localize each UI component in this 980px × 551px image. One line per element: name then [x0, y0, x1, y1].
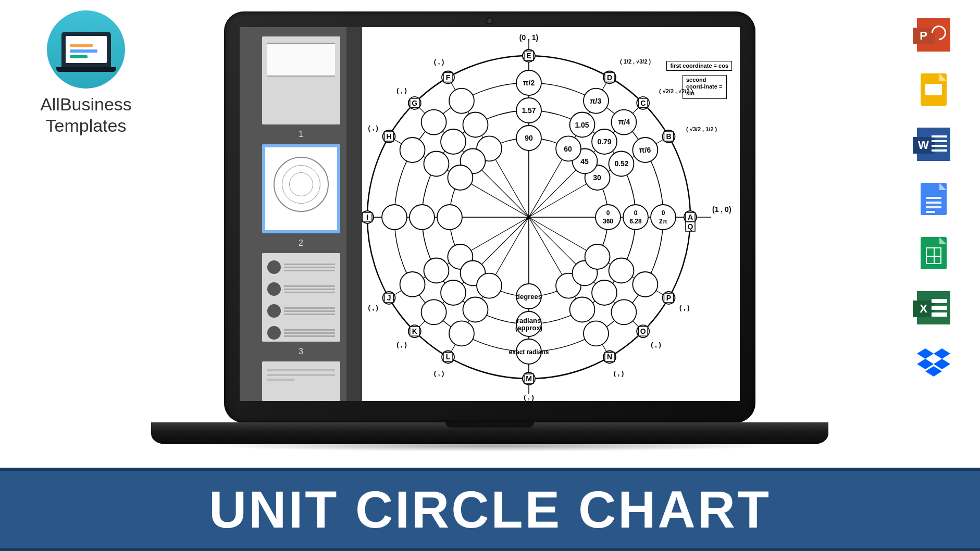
svg-text:(   ,   ): ( , ) — [614, 369, 624, 377]
svg-text:H: H — [386, 132, 391, 141]
svg-text:Q: Q — [688, 222, 693, 231]
svg-text:0: 0 — [662, 209, 665, 217]
svg-point-53 — [421, 110, 446, 135]
svg-text:1.57: 1.57 — [522, 106, 536, 115]
svg-point-72 — [463, 297, 488, 322]
brand-laptop-icon — [61, 32, 111, 67]
svg-text:45: 45 — [580, 157, 589, 166]
svg-point-87 — [585, 244, 610, 269]
powerpoint-icon[interactable]: P — [917, 18, 950, 52]
svg-marker-4 — [925, 366, 942, 377]
svg-marker-1 — [934, 348, 950, 359]
thumbnail-page-2[interactable] — [262, 144, 340, 233]
thumbnail-page-4[interactable] — [262, 361, 340, 401]
google-slides-icon[interactable] — [921, 73, 947, 106]
svg-text:(   ,   ): ( , ) — [434, 369, 444, 377]
svg-text:( √2/2 , √2/2 ): ( √2/2 , √2/2 ) — [659, 88, 693, 94]
thumbnail-label-2: 2 — [299, 239, 303, 248]
svg-point-55 — [448, 165, 473, 190]
document-viewer: 1 2 3 first coordinate = cos second coor… — [240, 27, 740, 401]
brand-logo: AllBusiness Templates — [29, 10, 143, 136]
svg-text:( 1/2 , √3/2 ): ( 1/2 , √3/2 ) — [620, 58, 651, 65]
svg-point-29 — [651, 205, 676, 230]
app-icons-column: P W X — [914, 18, 953, 380]
svg-text:B: B — [666, 132, 671, 141]
svg-text:(   ,   ): ( , ) — [651, 341, 661, 348]
brand-badge — [47, 10, 125, 89]
svg-text:0: 0 — [606, 209, 610, 217]
coord-top: (0 , 1) — [519, 33, 539, 42]
svg-text:degrees: degrees — [516, 293, 542, 300]
svg-point-60 — [410, 205, 435, 230]
laptop-screen-bezel: 1 2 3 first coordinate = cos second coor… — [224, 11, 755, 423]
svg-marker-3 — [934, 359, 950, 369]
svg-text:0: 0 — [634, 209, 638, 217]
svg-text:(   ,   ): ( , ) — [396, 86, 407, 94]
svg-point-49 — [449, 89, 474, 114]
svg-text:G: G — [412, 99, 417, 107]
svg-text:F: F — [446, 73, 451, 82]
svg-text:M: M — [526, 374, 532, 383]
thumbnail-page-1[interactable] — [262, 36, 340, 124]
svg-text:1.05: 1.05 — [575, 121, 589, 129]
excel-icon[interactable]: X — [917, 291, 950, 324]
svg-point-81 — [584, 321, 609, 346]
svg-text:J: J — [387, 294, 391, 302]
svg-text:(   ,   ): ( , ) — [368, 124, 378, 132]
thumbnail-label-1: 1 — [299, 130, 303, 139]
svg-text:D: D — [607, 73, 612, 82]
google-docs-icon[interactable] — [921, 183, 947, 215]
svg-point-52 — [441, 129, 466, 154]
thumbnail-page-3[interactable] — [262, 253, 340, 341]
coord-right: (1 , 0) — [712, 205, 731, 214]
svg-text:6.28: 6.28 — [629, 218, 642, 225]
thumbnail-sidebar[interactable]: 1 2 3 — [240, 27, 362, 401]
unit-circle-diagram: first coordinate = cos second coord-inat… — [362, 27, 740, 401]
svg-point-64 — [424, 258, 449, 283]
svg-point-88 — [609, 258, 634, 283]
svg-point-59 — [437, 205, 462, 230]
svg-text:30: 30 — [593, 173, 601, 182]
svg-text:K: K — [412, 327, 417, 335]
svg-text:π/6: π/6 — [639, 146, 651, 154]
svg-point-65 — [400, 272, 425, 297]
svg-text:90: 90 — [525, 134, 533, 142]
svg-marker-2 — [917, 359, 934, 369]
svg-point-61 — [382, 205, 407, 230]
webcam-icon — [487, 18, 492, 23]
svg-text:( √3/2 , 1/2 ): ( √3/2 , 1/2 ) — [686, 126, 717, 132]
svg-point-80 — [570, 297, 595, 322]
svg-point-69 — [421, 299, 446, 324]
svg-text:(   ,   ): ( , ) — [524, 393, 534, 401]
svg-text:exact radians: exact radians — [509, 348, 549, 356]
svg-text:L: L — [446, 353, 451, 361]
svg-text:A: A — [688, 213, 693, 221]
dropbox-icon[interactable] — [917, 346, 950, 380]
svg-text:(approx): (approx) — [515, 324, 542, 332]
svg-text:O: O — [640, 327, 646, 335]
svg-text:π/4: π/4 — [618, 118, 630, 126]
thumbnail-label-3: 3 — [299, 347, 303, 356]
svg-text:π/3: π/3 — [590, 97, 602, 105]
svg-text:(   ,   ): ( , ) — [396, 341, 407, 348]
svg-point-84 — [592, 280, 617, 305]
svg-text:I: I — [366, 213, 368, 221]
brand-name: AllBusiness Templates — [29, 94, 143, 136]
svg-point-28 — [623, 205, 648, 230]
svg-point-57 — [400, 137, 425, 162]
footer-title-bar: UNIT CIRCLE CHART — [0, 468, 980, 551]
svg-text:360: 360 — [603, 218, 613, 225]
svg-text:C: C — [640, 99, 646, 107]
svg-point-73 — [449, 321, 474, 346]
svg-point-27 — [596, 205, 621, 230]
svg-point-56 — [424, 152, 449, 177]
svg-point-48 — [463, 112, 488, 137]
svg-marker-0 — [917, 348, 934, 359]
svg-point-85 — [611, 299, 636, 324]
svg-text:60: 60 — [564, 145, 572, 153]
svg-text:radians: radians — [517, 317, 541, 324]
word-icon[interactable]: W — [917, 128, 950, 161]
svg-text:(   ,   ): ( , ) — [434, 58, 444, 66]
google-sheets-icon[interactable] — [921, 237, 947, 269]
laptop-shadow — [205, 440, 774, 452]
